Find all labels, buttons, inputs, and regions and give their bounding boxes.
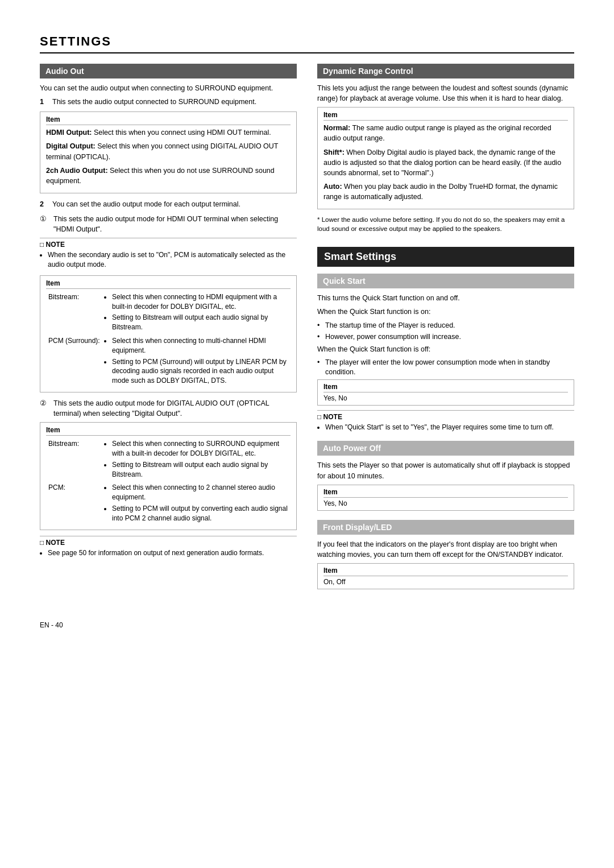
item-box-1-row-0: HDMI Output: Select this when you connec… <box>46 127 291 138</box>
item-box-3-row-bitstream: Bitstream: Select this when connecting t… <box>46 438 291 482</box>
circled1: ① This sets the audio output mode for HD… <box>40 214 297 234</box>
circled1-text: This sets the audio output mode for HDMI… <box>53 214 297 234</box>
front-display-section: Front Display/LED If you feel that the i… <box>317 520 574 589</box>
circled1-number: ① <box>40 214 49 234</box>
auto-power-off-section: Auto Power Off This sets the Player so t… <box>317 441 574 510</box>
dynamic-range-intro: This lets you adjust the range between t… <box>317 83 574 104</box>
item-box-1-row-2: 2ch Audio Output: Select this when you d… <box>46 166 291 186</box>
qs-note-text: When "Quick Start" is set to "Yes", the … <box>325 423 574 432</box>
step2: 2 You can set the audio output mode for … <box>40 199 297 209</box>
quick-start-when-on-label: When the Quick Start function is on: <box>317 307 574 317</box>
left-column: Audio Out You can set the audio output w… <box>40 64 297 598</box>
quick-start-intro: This turns the Quick Start function on a… <box>317 293 574 303</box>
quick-start-section: Quick Start This turns the Quick Start f… <box>317 274 574 432</box>
fd-item-label: Item <box>323 567 568 576</box>
dynamic-range-header: Dynamic Range Control <box>317 64 574 78</box>
drc-asterisk: * Lower the audio volume before setting.… <box>317 215 574 233</box>
item-box-2-row-pcm: PCM (Surround): Select this when connect… <box>46 335 291 388</box>
apo-item-value: Yes, No <box>323 499 347 507</box>
note-box-2: □ NOTE See page 50 for information on ou… <box>40 536 297 558</box>
qs-item-box: Item Yes, No <box>317 379 574 406</box>
note-1-label: □ NOTE <box>40 241 297 249</box>
drc-normal: Normal: The same audio output range is p… <box>323 123 568 143</box>
right-column: Dynamic Range Control This lets you adju… <box>317 64 574 598</box>
dynamic-range-item-box: Item Normal: The same audio output range… <box>317 107 574 209</box>
audio-out-header: Audio Out <box>40 64 297 78</box>
bitstream-bullet-2: Setting to Bitstream will output each au… <box>112 313 288 332</box>
apo-item-box: Item Yes, No <box>317 485 574 511</box>
audio-out-section: Audio Out You can set the audio output w… <box>40 64 297 557</box>
smart-settings-section: Smart Settings Quick Start This turns th… <box>317 247 574 589</box>
item-box-3-label: Item <box>46 426 291 436</box>
pcm2-bullet-2: Setting to PCM will output by converting… <box>112 504 288 523</box>
qs-off-bullet-1: The player will enter the low power cons… <box>317 358 574 378</box>
front-display-intro: If you feel that the indicators on the p… <box>317 539 574 560</box>
page-title: SETTINGS <box>40 34 574 53</box>
auto-power-off-header: Auto Power Off <box>317 441 574 456</box>
step2-text: You can set the audio output mode for ea… <box>52 199 240 209</box>
fd-item-box: Item On, Off <box>317 563 574 589</box>
fd-item-value: On, Off <box>323 578 345 586</box>
circled2: ② This sets the audio output mode for DI… <box>40 398 297 419</box>
note-2-label: □ NOTE <box>40 539 297 547</box>
item-box-1: Item HDMI Output: Select this when you c… <box>40 111 297 193</box>
item-box-2-label: Item <box>46 279 291 289</box>
audio-out-intro: You can set the audio output when connec… <box>40 83 297 93</box>
drc-auto: Auto: When you play back audio in the Do… <box>323 181 568 202</box>
pcm2-bullet-1: Select this when connecting to 2 channel… <box>112 483 288 502</box>
item-box-3-row-pcm: PCM: Select this when connecting to 2 ch… <box>46 482 291 526</box>
dynamic-range-section: Dynamic Range Control This lets you adju… <box>317 64 574 233</box>
apo-item-label: Item <box>323 488 568 498</box>
qs-item-value: Yes, No <box>323 394 347 402</box>
drc-shift: Shift*: When Dolby Digital audio is play… <box>323 147 568 178</box>
qs-note-label: □ NOTE <box>317 413 574 421</box>
step1-number: 1 <box>40 97 48 107</box>
qs-note-box: □ NOTE When "Quick Start" is set to "Yes… <box>317 410 574 432</box>
note-box-1: □ NOTE When the secondary audio is set t… <box>40 238 297 270</box>
item-box-1-row-1: Digital Output: Select this when you con… <box>46 141 291 162</box>
auto-power-off-intro: This sets the Player so that power is au… <box>317 460 574 481</box>
page-container: SETTINGS Audio Out You can set the audio… <box>40 34 574 629</box>
circled2-text: This sets the audio output mode for DIGI… <box>53 398 297 419</box>
bs2-bullet-2: Setting to Bitstream will output each au… <box>112 460 288 480</box>
smart-settings-title: Smart Settings <box>317 247 574 267</box>
footer-page-number: EN - 40 <box>40 621 63 629</box>
pcm-bullet-1: Select this when connecting to multi-cha… <box>112 336 288 356</box>
qs-item-label: Item <box>323 383 568 392</box>
note-1-text: When the secondary audio is set to "On",… <box>48 250 297 270</box>
note-2-text: See page 50 for information on output of… <box>48 548 297 558</box>
quick-start-header: Quick Start <box>317 274 574 288</box>
pcm-bullet-2: Setting to PCM (Surround) will output by… <box>112 357 288 386</box>
item-box-2: Item Bitstream: Select this when connect… <box>40 275 297 392</box>
item-box-2-row-bitstream: Bitstream: Select this when connecting t… <box>46 291 291 335</box>
front-display-header: Front Display/LED <box>317 520 574 535</box>
bitstream-bullet-1: Select this when connecting to HDMI equi… <box>112 292 288 312</box>
circled2-number: ② <box>40 398 49 419</box>
step2-number: 2 <box>40 199 48 209</box>
item-box-1-label: Item <box>46 115 291 125</box>
footer: EN - 40 <box>40 621 574 629</box>
qs-on-bullet-1: The startup time of the Player is reduce… <box>317 321 574 331</box>
step1: 1 This sets the audio output connected t… <box>40 97 297 107</box>
dynamic-range-item-label: Item <box>323 111 568 121</box>
step1-text: This sets the audio output connected to … <box>52 97 256 107</box>
quick-start-when-off-label: When the Quick Start function is off: <box>317 344 574 354</box>
item-box-3: Item Bitstream: Select this when connect… <box>40 422 297 530</box>
bs2-bullet-1: Select this when connecting to SURROUND … <box>112 439 288 458</box>
qs-on-bullet-2: However, power consumption will increase… <box>317 332 574 342</box>
